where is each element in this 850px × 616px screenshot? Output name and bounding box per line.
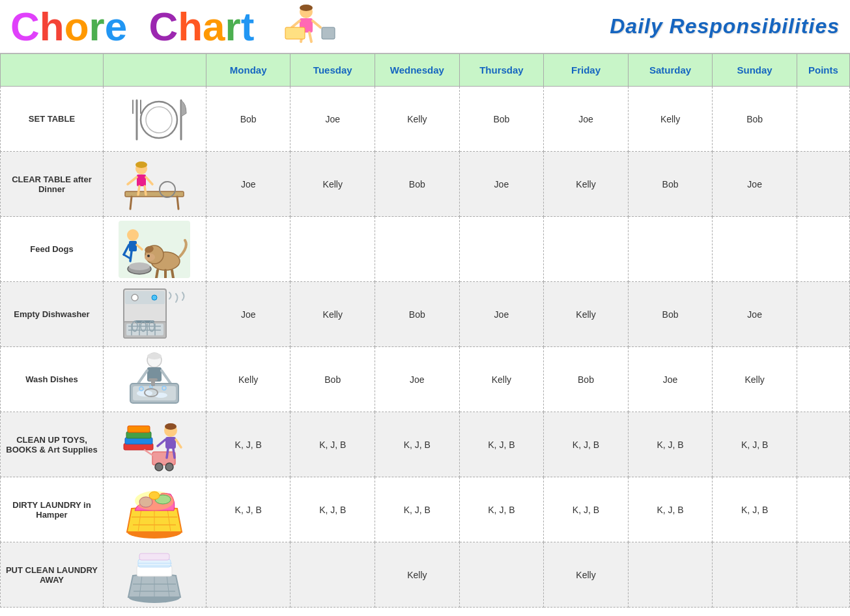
tuesday-cell: Joe <box>290 87 375 152</box>
friday-cell: Joe <box>544 87 629 152</box>
chore-icon-clean-laundry <box>119 546 190 604</box>
chore-image-cell <box>103 347 206 412</box>
table-row: Wash Dishes Kelly Bob Joe Kelly <box>1 347 850 412</box>
friday-cell: Bob <box>544 347 629 412</box>
table-row: PUT CLEAN LAUNDRY AWAY Kelly Kelly <box>1 542 850 608</box>
svg-point-20 <box>135 161 147 168</box>
svg-rect-108 <box>139 553 169 560</box>
chore-chart-table: Monday Tuesday Wednesday Thursday Friday… <box>0 53 850 608</box>
title-letter-o: o <box>64 3 89 49</box>
sunday-cell: Kelly <box>713 347 797 412</box>
page-title: C h o r e C h a r t <box>10 3 254 49</box>
svg-line-87 <box>176 440 181 447</box>
svg-rect-39 <box>129 241 137 251</box>
saturday-cell: K, J, B <box>628 412 713 477</box>
svg-point-37 <box>129 262 150 270</box>
header-monday: Monday <box>206 54 290 87</box>
tuesday-cell <box>290 217 375 282</box>
svg-rect-53 <box>125 291 165 304</box>
monday-cell: Joe <box>206 152 290 217</box>
svg-point-55 <box>152 295 157 300</box>
wednesday-cell: K, J, B <box>375 477 460 542</box>
header-sunday: Sunday <box>713 54 797 87</box>
title-letter-h1: h <box>40 3 64 49</box>
title-letter-e: e <box>105 3 127 49</box>
chore-label: CLEAN UP TOYS, BOOKS & Art Supplies <box>1 412 104 477</box>
chore-image-cell <box>103 412 206 477</box>
chore-label: CLEAR TABLE after Dinner <box>1 152 104 217</box>
monday-cell: Joe <box>206 282 290 347</box>
svg-line-86 <box>158 440 165 446</box>
table-row: Empty Dishwasher Joe Kelly <box>1 282 850 347</box>
saturday-cell: Kelly <box>628 87 713 152</box>
friday-cell: Kelly <box>544 282 629 347</box>
table-row: CLEAR TABLE after Dinner Joe Kelly Bob J… <box>1 152 850 217</box>
table-header-row: Monday Tuesday Wednesday Thursday Friday… <box>1 54 850 87</box>
saturday-cell <box>628 217 713 282</box>
svg-point-14 <box>146 107 172 133</box>
svg-rect-8 <box>322 27 335 39</box>
points-cell <box>797 282 849 347</box>
title-letter-c2: C <box>149 3 178 49</box>
chore-icon-dirty-laundry <box>119 481 190 539</box>
svg-line-43 <box>130 251 132 261</box>
thursday-cell <box>459 217 544 282</box>
points-cell <box>797 217 849 282</box>
points-cell <box>797 152 849 217</box>
daily-responsibilities-title: Daily Responsibilities <box>610 14 840 38</box>
chore-image-cell <box>103 542 206 608</box>
thursday-cell <box>459 542 544 608</box>
header-image-col <box>103 54 206 87</box>
svg-line-35 <box>172 270 173 278</box>
title-space <box>132 3 143 49</box>
table-row: DIRTY LAUNDRY in Hamper K, J, B K, J, B … <box>1 477 850 542</box>
points-cell <box>797 412 849 477</box>
svg-line-4 <box>313 21 320 27</box>
points-cell <box>797 477 849 542</box>
monday-cell: K, J, B <box>206 412 290 477</box>
sunday-cell <box>713 217 797 282</box>
svg-line-33 <box>156 270 158 278</box>
chore-icon-feed-dogs <box>119 221 190 278</box>
table-row: Feed Dogs <box>1 217 850 282</box>
chore-label: Wash Dishes <box>1 347 104 412</box>
wednesday-cell: Joe <box>375 347 460 412</box>
title-letter-r2: r <box>225 3 241 49</box>
chore-icon-clean-toys <box>119 416 190 473</box>
svg-point-99 <box>135 491 174 511</box>
tuesday-cell: Kelly <box>290 282 375 347</box>
svg-point-81 <box>165 463 173 471</box>
sunday-cell: Bob <box>713 87 797 152</box>
sunday-cell <box>713 542 797 608</box>
monday-cell <box>206 217 290 282</box>
chore-icon-set-table <box>119 91 190 148</box>
saturday-cell <box>628 542 713 608</box>
svg-point-61 <box>147 353 162 359</box>
svg-rect-74 <box>149 378 158 381</box>
svg-line-89 <box>173 449 175 458</box>
header-thursday: Thursday <box>459 54 544 87</box>
sunday-cell: Joe <box>713 282 797 347</box>
friday-cell: Kelly <box>544 542 629 608</box>
svg-line-22 <box>128 177 137 184</box>
tuesday-cell: K, J, B <box>290 477 375 542</box>
svg-rect-85 <box>165 437 176 449</box>
wednesday-cell: K, J, B <box>375 412 460 477</box>
chore-label: Feed Dogs <box>1 217 104 282</box>
chore-image-cell <box>103 282 206 347</box>
title-letter-h2: h <box>178 3 203 49</box>
chore-label: Empty Dishwasher <box>1 282 104 347</box>
svg-line-82 <box>145 450 152 455</box>
table-row: CLEAN UP TOYS, BOOKS & Art Supplies K, J… <box>1 412 850 477</box>
wednesday-cell: Bob <box>375 282 460 347</box>
page-header: C h o r e C h a r t Da <box>0 0 850 53</box>
chore-image-cell <box>103 217 206 282</box>
chore-image-cell <box>103 477 206 542</box>
monday-cell <box>206 542 290 608</box>
wednesday-cell: Bob <box>375 152 460 217</box>
saturday-cell: Bob <box>628 152 713 217</box>
thursday-cell: Joe <box>459 282 544 347</box>
svg-line-88 <box>167 449 168 458</box>
header-wednesday: Wednesday <box>375 54 460 87</box>
monday-cell: Bob <box>206 87 290 152</box>
